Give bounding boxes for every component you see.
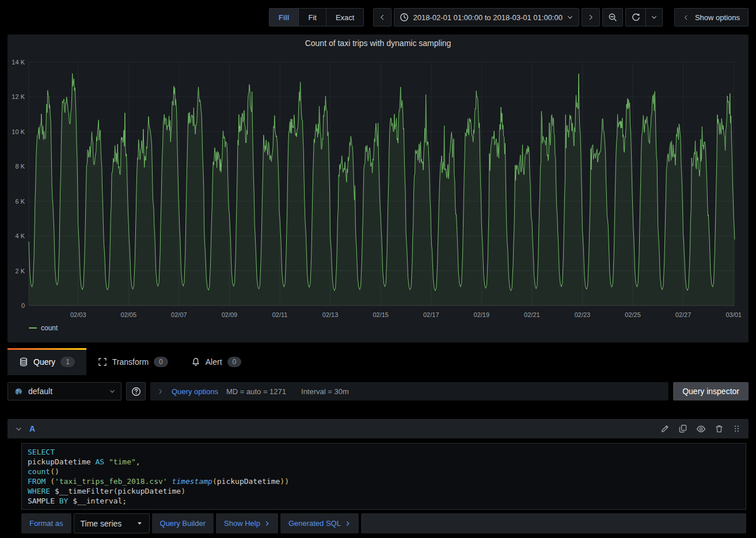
format-as-label: Format as bbox=[29, 519, 63, 528]
format-as-value: Time series bbox=[81, 519, 122, 528]
svg-text:12 K: 12 K bbox=[12, 93, 25, 100]
tab-alert[interactable]: Alert 0 bbox=[180, 348, 253, 375]
show-options-label: Show options bbox=[695, 13, 740, 22]
chevron-right-icon bbox=[264, 521, 270, 526]
footer-filler-bar bbox=[361, 513, 746, 533]
datasource-select[interactable]: default bbox=[7, 382, 121, 400]
duplicate-copy-icon[interactable] bbox=[678, 424, 687, 433]
postgres-elephant-icon bbox=[13, 386, 24, 396]
show-help-button[interactable]: Show Help bbox=[216, 513, 278, 533]
svg-text:02/23: 02/23 bbox=[575, 311, 591, 318]
svg-text:10 K: 10 K bbox=[12, 128, 25, 135]
database-icon bbox=[19, 357, 28, 367]
refresh-icon bbox=[631, 13, 640, 22]
sql-line: SELECT bbox=[28, 447, 740, 457]
legend-series-dash bbox=[29, 327, 37, 329]
chart-y-axis-labels: 02 K4 K6 K8 K10 K12 K14 K bbox=[12, 59, 25, 309]
chevron-right-icon bbox=[157, 388, 164, 395]
chevron-left-icon bbox=[379, 13, 386, 21]
refresh-button[interactable] bbox=[626, 9, 645, 26]
query-ref-id: A bbox=[29, 424, 35, 433]
question-circle-icon bbox=[131, 387, 141, 396]
trips-chart[interactable]: 02 K4 K6 K8 K10 K12 K14 K 02/0302/0502/0… bbox=[7, 35, 749, 342]
svg-text:02/03: 02/03 bbox=[70, 311, 86, 318]
query-footer-bar: Format as Time series Query Builder Show… bbox=[21, 513, 746, 533]
svg-text:02/25: 02/25 bbox=[625, 311, 641, 318]
svg-text:02/27: 02/27 bbox=[675, 311, 692, 318]
clock-icon bbox=[400, 13, 409, 22]
drag-handle-icon[interactable] bbox=[732, 424, 741, 433]
svg-text:02/05: 02/05 bbox=[121, 311, 137, 318]
format-as-label-chip: Format as bbox=[21, 513, 71, 533]
tab-transform[interactable]: Transform 0 bbox=[86, 348, 180, 375]
chevron-right-icon bbox=[345, 521, 351, 526]
tab-transform-badge: 0 bbox=[154, 357, 168, 367]
view-mode-exact-button[interactable]: Exact bbox=[326, 9, 364, 26]
chevron-down-icon bbox=[567, 14, 573, 21]
chevron-down-icon bbox=[651, 14, 658, 21]
query-options-bar[interactable]: Query options MD = auto = 1271 Interval … bbox=[150, 382, 668, 400]
legend-series-label: count bbox=[41, 324, 58, 332]
query-builder-button[interactable]: Query Builder bbox=[152, 513, 214, 533]
sql-line: SAMPLE BY $__interval; bbox=[28, 496, 740, 506]
query-editor-area: A SE bbox=[7, 419, 749, 533]
svg-text:02/17: 02/17 bbox=[423, 311, 439, 318]
svg-text:8 K: 8 K bbox=[15, 163, 25, 170]
edit-pencil-icon[interactable] bbox=[660, 424, 670, 433]
transform-icon bbox=[98, 357, 107, 367]
time-range-text: 2018-02-01 01:00:00 to 2018-03-01 01:00:… bbox=[413, 13, 563, 22]
delete-trash-icon[interactable] bbox=[715, 424, 724, 433]
generated-sql-button[interactable]: Generated SQL bbox=[280, 513, 359, 533]
svg-text:02/07: 02/07 bbox=[171, 311, 187, 318]
datasource-help-button[interactable] bbox=[126, 382, 146, 400]
time-shift-forward-button[interactable] bbox=[582, 8, 600, 26]
time-shift-back-button[interactable] bbox=[373, 8, 392, 26]
sql-line: WHERE $__timeFilter(pickupDatetime) bbox=[28, 486, 740, 496]
show-options-button[interactable]: Show options bbox=[674, 8, 749, 26]
svg-text:14 K: 14 K bbox=[12, 59, 25, 66]
sql-line: FROM ('taxi_trips_feb_2018.csv' timestam… bbox=[28, 476, 740, 486]
time-range-picker-button[interactable]: 2018-02-01 01:00:00 to 2018-03-01 01:00:… bbox=[394, 8, 579, 26]
editor-tab-bar: Query 1 Transform 0 Alert 0 bbox=[0, 348, 756, 375]
tab-alert-badge: 0 bbox=[227, 357, 242, 367]
chevron-down-icon bbox=[109, 388, 116, 395]
svg-text:03/01: 03/01 bbox=[725, 311, 742, 318]
view-mode-fit-button[interactable]: Fit bbox=[298, 9, 325, 26]
datasource-row: default Query options MD = auto = 1271 I… bbox=[7, 382, 749, 400]
query-row-actions bbox=[660, 424, 741, 434]
refresh-button-group bbox=[625, 8, 663, 26]
legend-item-count[interactable]: count bbox=[29, 324, 58, 332]
svg-text:02/11: 02/11 bbox=[272, 311, 288, 318]
svg-text:4 K: 4 K bbox=[15, 232, 25, 239]
tab-query[interactable]: Query 1 bbox=[7, 348, 86, 375]
svg-text:02/21: 02/21 bbox=[524, 311, 540, 318]
chart-x-axis-labels: 02/0302/0502/0702/0902/1102/1302/1502/17… bbox=[70, 311, 742, 318]
generated-sql-label: Generated SQL bbox=[288, 519, 341, 528]
zoom-out-time-button[interactable] bbox=[602, 8, 623, 26]
max-data-points-summary: MD = auto = 1271 bbox=[226, 387, 286, 396]
show-help-label: Show Help bbox=[224, 519, 260, 528]
view-mode-fill-button[interactable]: Fill bbox=[269, 9, 299, 26]
svg-text:2 K: 2 K bbox=[15, 268, 25, 274]
tab-query-badge: 1 bbox=[60, 357, 75, 367]
panel-title: Count of taxi trips with dynamic samplin… bbox=[7, 39, 749, 48]
svg-text:0: 0 bbox=[21, 302, 25, 309]
zoom-out-icon bbox=[608, 13, 617, 22]
sql-query-editor[interactable]: SELECTpickupDatetime AS "time",count()FR… bbox=[21, 443, 746, 510]
eye-visibility-icon[interactable] bbox=[696, 424, 706, 434]
panel-size-mode-group: Fill Fit Exact bbox=[269, 8, 364, 26]
top-toolbar: Fill Fit Exact 2018-02-01 01:00:00 to 20… bbox=[0, 0, 756, 35]
interval-summary: Interval = 30m bbox=[301, 387, 349, 396]
bell-icon bbox=[191, 357, 200, 367]
sql-line: count() bbox=[28, 467, 740, 476]
query-row-header[interactable]: A bbox=[7, 419, 749, 438]
tab-transform-label: Transform bbox=[112, 357, 149, 367]
query-inspector-button[interactable]: Query inspector bbox=[673, 382, 749, 400]
format-as-select[interactable]: Time series bbox=[74, 513, 150, 533]
query-options-link[interactable]: Query options bbox=[172, 387, 218, 396]
collapse-chevron-down-icon[interactable] bbox=[15, 425, 22, 433]
tab-alert-label: Alert bbox=[206, 357, 222, 367]
svg-text:02/09: 02/09 bbox=[222, 311, 238, 318]
refresh-interval-dropdown[interactable] bbox=[645, 9, 662, 26]
taxi-trips-panel: Count of taxi trips with dynamic samplin… bbox=[7, 35, 749, 342]
